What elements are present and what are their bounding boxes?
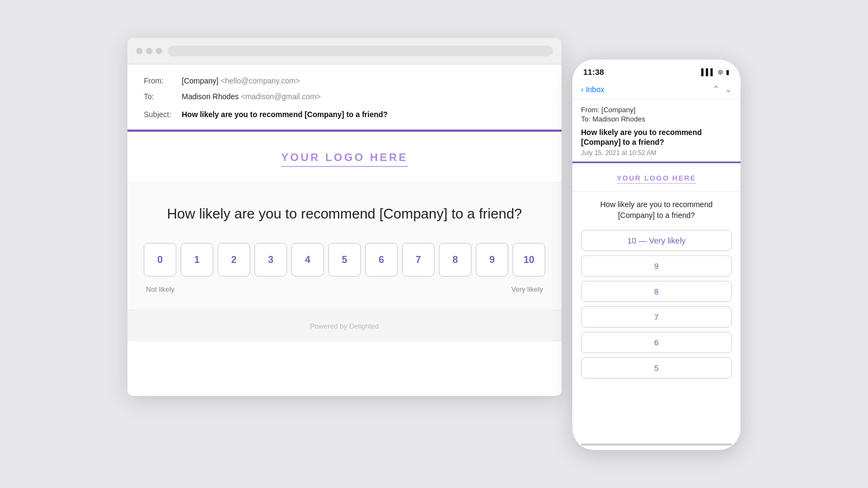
subject-value: How likely are you to recommend [Company…: [182, 109, 388, 120]
nps-btn-4[interactable]: 4: [291, 243, 324, 277]
nps-btn-6[interactable]: 6: [365, 243, 398, 277]
phone-subject: How likely are you to recommend [Company…: [581, 127, 732, 147]
from-field: From: [Company] <hello@company.com>: [144, 75, 545, 87]
phone-email-body: YOUR LOGO HERE How likely are you to rec…: [572, 163, 741, 450]
scroll-indicator: [581, 444, 732, 446]
wifi-icon: ⊜: [718, 68, 723, 76]
phone-question: How likely are you to recommend [Company…: [581, 200, 732, 221]
email-footer: Powered by Delighted: [127, 310, 561, 342]
nps-btn-8[interactable]: 8: [439, 243, 471, 277]
email-header: From: [Company] <hello@company.com> To: …: [127, 65, 561, 130]
nps-btn-0[interactable]: 0: [144, 243, 176, 277]
nps-btn-7[interactable]: 7: [402, 243, 435, 277]
dot-yellow: [146, 48, 152, 54]
back-chevron-icon: ‹: [581, 85, 584, 94]
nps-btn-5[interactable]: 5: [328, 243, 361, 277]
to-email: <madison@gmail.com>: [241, 92, 321, 101]
phone-nps-item-4[interactable]: 6: [581, 332, 732, 353]
subject-field: Subject: How likely are you to recommend…: [144, 109, 545, 120]
from-label: From:: [144, 75, 182, 87]
browser-chrome: [127, 38, 561, 65]
phone-nav: ‹ Inbox ⌃ ⌄: [572, 80, 741, 99]
phone-email-meta: From: [Company] To: Madison Rhodes How l…: [572, 99, 741, 162]
subject-label: Subject:: [144, 109, 182, 120]
dot-red: [136, 48, 143, 54]
phone-nps-item-1[interactable]: 9: [581, 255, 732, 277]
nav-up-icon[interactable]: ⌃: [712, 84, 719, 94]
label-low: Not likely: [146, 285, 175, 293]
back-button[interactable]: ‹ Inbox: [581, 85, 604, 94]
browser-window: From: [Company] <hello@company.com> To: …: [127, 38, 561, 396]
nps-btn-2[interactable]: 2: [218, 243, 250, 277]
logo-placeholder: YOUR LOGO HERE: [281, 151, 408, 167]
nav-down-icon[interactable]: ⌄: [725, 84, 732, 94]
from-name: [Company]: [182, 76, 219, 85]
from-value: [Company] <hello@company.com>: [182, 75, 300, 87]
back-label: Inbox: [586, 85, 604, 94]
label-high: Very likely: [511, 285, 543, 293]
nps-scale: 012345678910: [144, 243, 545, 277]
powered-by: Powered by Delighted: [310, 322, 379, 330]
to-name: Madison Rhodes: [182, 92, 239, 101]
signal-icon: ▌▌▌: [701, 68, 715, 76]
nps-btn-3[interactable]: 3: [254, 243, 287, 277]
battery-icon: ▮: [726, 68, 730, 76]
phone-nps-item-5[interactable]: 5: [581, 357, 732, 378]
phone-status-bar: 11:38 ▌▌▌ ⊜ ▮: [572, 60, 741, 80]
dot-green: [156, 48, 162, 54]
phone-status-icons: ▌▌▌ ⊜ ▮: [701, 68, 730, 76]
mobile-phone: 11:38 ▌▌▌ ⊜ ▮ ‹ Inbox ⌃ ⌄ From: [Company…: [572, 60, 741, 450]
phone-logo-placeholder: YOUR LOGO HERE: [617, 174, 696, 184]
phone-logo-area: YOUR LOGO HERE: [572, 163, 741, 192]
phone-date: July 15, 2021 at 10:52 AM: [581, 149, 732, 157]
survey-question: How likely are you to recommend [Company…: [144, 204, 545, 223]
browser-dots: [136, 48, 162, 54]
nps-btn-9[interactable]: 9: [476, 243, 508, 277]
email-body: YOUR LOGO HERE How likely are you to rec…: [127, 132, 561, 342]
nps-btn-10[interactable]: 10: [513, 243, 545, 277]
survey-section: How likely are you to recommend [Company…: [127, 183, 561, 310]
to-field: To: Madison Rhodes <madison@gmail.com>: [144, 91, 545, 102]
to-label: To:: [144, 91, 182, 102]
from-email: <hello@company.com>: [221, 76, 300, 85]
phone-nps-item-2[interactable]: 8: [581, 281, 732, 302]
nps-labels: Not likely Very likely: [144, 285, 545, 293]
phone-time: 11:38: [583, 67, 604, 76]
browser-address-bar[interactable]: [168, 46, 553, 56]
phone-nps-item-3[interactable]: 7: [581, 306, 732, 328]
phone-nav-arrows: ⌃ ⌄: [712, 84, 732, 94]
phone-nps-item-0[interactable]: 10 — Very likely: [581, 230, 732, 251]
phone-from: From: [Company]: [581, 106, 732, 114]
phone-nps-list: 10 — Very likely98765: [581, 230, 732, 378]
scene: From: [Company] <hello@company.com> To: …: [127, 38, 741, 450]
phone-to: To: Madison Rhodes: [581, 115, 732, 123]
logo-area: YOUR LOGO HERE: [127, 132, 561, 183]
nps-btn-1[interactable]: 1: [181, 243, 213, 277]
to-value: Madison Rhodes <madison@gmail.com>: [182, 91, 321, 102]
phone-survey-area: How likely are you to recommend [Company…: [572, 192, 741, 378]
